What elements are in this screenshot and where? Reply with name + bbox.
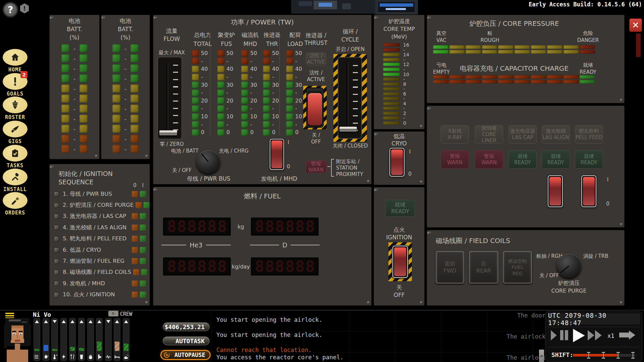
close-button[interactable]: ✕	[629, 18, 642, 32]
cryo-switch[interactable]	[389, 148, 405, 177]
help-button[interactable]: ?	[3, 2, 18, 17]
down-arrow-icon	[53, 320, 57, 323]
sidebar-item-tasks[interactable]: TASKS	[0, 145, 30, 169]
led-scale-label: -	[201, 74, 210, 80]
segment-cell	[433, 45, 448, 49]
pause-button[interactable]	[560, 330, 569, 340]
flow-slider[interactable]	[157, 57, 182, 139]
flow-slider-handle[interactable]	[159, 130, 177, 135]
up-arrow-icon	[70, 320, 74, 323]
kgday-unit-label: kg/day	[231, 264, 251, 270]
step-button[interactable]	[550, 330, 557, 340]
core-pressure-panel: 炉腔负压 / CORE PRESSURE 真空 VAC 粗 ROUGH 危险 D…	[427, 15, 625, 103]
money-button[interactable]: $406,253.21	[163, 322, 210, 331]
up-arrow-icon	[79, 320, 84, 323]
segment-cell	[564, 75, 579, 79]
sidebar-item-roster[interactable]: ROSTER	[0, 97, 30, 120]
led-scale-label: 40	[201, 66, 210, 72]
log-scrollbar[interactable]: ≡	[539, 350, 544, 362]
need-bar-fill	[115, 342, 119, 351]
led-dash: -	[72, 105, 76, 112]
screw	[620, 301, 623, 304]
alert-badge[interactable]: !	[20, 3, 29, 13]
ignition-checkbox[interactable]	[54, 247, 59, 252]
ignition-on-led	[144, 202, 150, 208]
charge-bar-row2	[433, 80, 595, 83]
thrust-lever[interactable]	[308, 93, 322, 125]
ignition-checkbox[interactable]	[54, 214, 59, 219]
fast-forward-button[interactable]	[588, 330, 602, 340]
need-bar-weight	[87, 318, 94, 361]
rear-coil-button[interactable]: 后REAR	[469, 251, 498, 284]
screw	[427, 16, 430, 19]
seven-segment-digit: 8	[217, 218, 227, 236]
skip-button[interactable]	[619, 330, 635, 340]
shift-label: SHIFT:	[551, 351, 573, 358]
ignition-step-label: 3. 激光电容器 / LAS CAP	[63, 213, 130, 220]
sidebar-item-install[interactable]: INSTALL	[0, 169, 30, 192]
core-liner-button[interactable]: 烧蚀墙CORE LINER	[475, 125, 503, 143]
led-cell	[79, 135, 88, 143]
led-cell	[241, 129, 248, 136]
ignition-checkbox[interactable]	[54, 203, 59, 208]
pwr-bus-knob[interactable]	[197, 150, 220, 174]
he3-label: He3	[190, 241, 202, 249]
tasks-icon	[3, 145, 28, 162]
led-cell	[241, 50, 248, 57]
segment-cell	[531, 45, 546, 49]
mhd-generator-switch[interactable]	[270, 139, 284, 170]
led-cell	[383, 92, 400, 96]
ignition-on-led	[140, 292, 146, 298]
led-scale-label: 30	[226, 82, 235, 88]
subsystem-switch-1[interactable]	[548, 175, 563, 207]
subsystem-switch-2[interactable]	[581, 175, 596, 207]
cycle-slider-handle[interactable]	[339, 127, 357, 132]
mhd-generator-label: 发电机 / MHD	[257, 176, 301, 182]
ignition-step-label: 1. 母线 / PWR BUS	[63, 190, 130, 198]
divider	[548, 327, 640, 327]
las-align-button[interactable]: 激光校瞄LAS ALIGN	[542, 125, 570, 143]
ignition-ready-lamp: 就绪 READY	[385, 200, 415, 217]
autotask-label: AUTOTASK	[175, 338, 205, 345]
xray-button[interactable]: X射线X-RAY	[441, 125, 469, 143]
purge-rgh-label: 粗抽 / RGH	[536, 253, 562, 259]
autopause-button[interactable]: AUTOPAUSE	[160, 350, 211, 360]
ignition-checkbox[interactable]	[54, 191, 59, 196]
sidebar-item-goals[interactable]: 2 GOALS	[0, 73, 30, 97]
flow-label-en: FLOW	[153, 36, 190, 43]
sidebar-item-gigs[interactable]: GIGS	[0, 121, 30, 144]
fuel-reg-coil-button[interactable]: 燃油管制FUELREG	[503, 251, 532, 284]
ignition-step-label: 10. 点火 / IGNITION	[63, 291, 130, 298]
play-button[interactable]	[572, 329, 586, 341]
fwd-coil-button[interactable]: 面前FWD	[436, 251, 464, 284]
pell-feed-button[interactable]: 靶丸给料PELL FEED	[575, 125, 603, 143]
led-cell	[286, 50, 293, 57]
ignition-checkbox[interactable]	[54, 259, 59, 264]
ignition-checkbox[interactable]	[54, 292, 59, 297]
slider-track	[166, 62, 168, 134]
ignition-checkbox[interactable]	[54, 225, 59, 230]
segment-cell	[466, 80, 481, 83]
ignition-step-row: 4. 激光校瞄 / LAS ALIGN	[54, 222, 146, 233]
led-cell	[130, 95, 139, 103]
autotask-button[interactable]: AUTOTASK	[163, 337, 210, 345]
led-cell	[286, 121, 293, 128]
led-row: -	[101, 144, 150, 154]
cycle-slider[interactable]	[338, 57, 362, 139]
ignition-switch[interactable]	[392, 246, 408, 278]
ignition-checkbox[interactable]	[54, 270, 59, 275]
las-cap-button[interactable]: 激光电容器LAS CAP	[508, 125, 537, 143]
led-cell	[112, 84, 120, 93]
crew-portrait[interactable]	[3, 315, 32, 362]
core-purge-knob[interactable]	[557, 254, 581, 278]
ignition-checkbox[interactable]	[54, 236, 59, 241]
led-cell	[286, 58, 293, 64]
crew-button[interactable]	[108, 311, 118, 316]
sidebar-item-home[interactable]: HOME	[0, 49, 30, 73]
led-row: -	[50, 83, 99, 94]
divider	[210, 32, 210, 135]
led-cell	[130, 74, 139, 82]
led-dash: -	[72, 145, 76, 153]
sidebar-item-orders[interactable]: ORDERS	[0, 192, 30, 216]
ignition-checkbox[interactable]	[54, 281, 59, 286]
